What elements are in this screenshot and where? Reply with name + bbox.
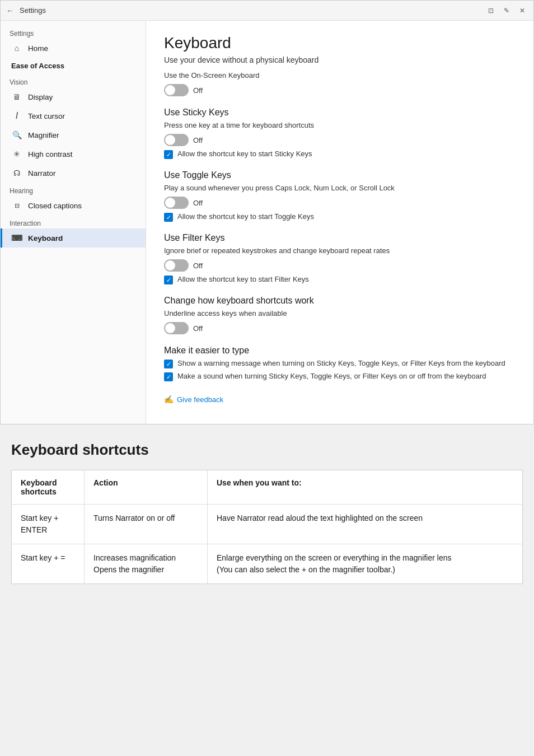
hearing-section-label: Hearing xyxy=(1,183,146,196)
page-subtitle: Use your device without a physical keybo… xyxy=(164,55,516,64)
filter-keys-checkbox[interactable] xyxy=(164,276,173,284)
on-screen-keyboard-toggle[interactable] xyxy=(164,84,189,96)
filter-keys-desc: Ignore brief or repeated keystrokes and … xyxy=(164,246,516,255)
easier-type-heading: Make it easier to type xyxy=(164,346,516,356)
col-header-shortcuts: Keyboardshortcuts xyxy=(12,470,85,505)
display-label: Display xyxy=(28,93,53,101)
filter-keys-toggle-row: Off xyxy=(164,259,516,272)
pin-button[interactable]: ⊡ xyxy=(485,5,496,16)
page-title: Keyboard xyxy=(164,34,516,52)
feedback-link[interactable]: ✍ Give feedback xyxy=(164,395,516,404)
settings-window: ← Settings ⊡ ✎ ✕ Settings ⌂ Home Ease of… xyxy=(0,0,534,424)
toggle-keys-toggle-label: Off xyxy=(193,199,203,207)
vision-section-label: Vision xyxy=(1,74,146,87)
sticky-keys-checkbox[interactable] xyxy=(164,150,173,159)
interaction-section-label: Interaction xyxy=(1,215,146,228)
sticky-keys-toggle-label: Off xyxy=(193,136,203,144)
filter-keys-toggle[interactable] xyxy=(164,259,189,272)
feedback-icon: ✍ xyxy=(164,395,174,404)
easier-type-checkbox2-label: Make a sound when turning Sticky Keys, T… xyxy=(177,372,486,380)
toggle-keys-toggle[interactable] xyxy=(164,197,189,209)
close-button[interactable]: ✕ xyxy=(517,5,528,16)
sidebar: Settings ⌂ Home Ease of Access Vision 🖥 … xyxy=(1,21,146,424)
sidebar-item-narrator[interactable]: ☊ Narrator xyxy=(1,164,146,183)
toggle-keys-checkbox-label: Allow the shortcut key to start Toggle K… xyxy=(177,212,314,221)
filter-keys-heading: Use Filter Keys xyxy=(164,233,516,243)
sidebar-ease-of-access-label: Ease of Access xyxy=(1,58,146,74)
filter-keys-checkbox-label: Allow the shortcut key to start Filter K… xyxy=(177,275,309,283)
shortcut-key-1: Start key +ENTER xyxy=(12,505,85,544)
settings-top-label: Settings xyxy=(1,25,146,39)
table-row: Start key + = Increases magnificationOpe… xyxy=(12,544,523,584)
narrator-icon: ☊ xyxy=(11,167,22,179)
closed-captions-icon: ⊟ xyxy=(11,200,22,211)
col-header-action: Action xyxy=(85,470,208,505)
shortcut-action-2: Increases magnificationOpens the magnifi… xyxy=(85,544,208,584)
sticky-keys-desc: Press one key at a time for keyboard sho… xyxy=(164,121,516,129)
on-screen-keyboard-desc: Use the On-Screen Keyboard xyxy=(164,71,516,80)
sidebar-item-high-contrast[interactable]: ✳ High contrast xyxy=(1,144,146,164)
sidebar-item-text-cursor[interactable]: I Text cursor xyxy=(1,106,146,125)
filter-keys-section: Use Filter Keys Ignore brief or repeated… xyxy=(164,233,516,284)
filter-keys-checkbox-row: Allow the shortcut key to start Filter K… xyxy=(164,275,516,284)
narrator-label: Narrator xyxy=(28,169,56,178)
titlebar-title: Settings xyxy=(20,6,485,15)
sidebar-item-keyboard[interactable]: ⌨ Keyboard xyxy=(1,228,146,248)
sidebar-home-label: Home xyxy=(28,44,48,53)
shortcut-use-1: Have Narrator read aloud the text highli… xyxy=(208,505,523,544)
filter-keys-toggle-label: Off xyxy=(193,262,203,270)
edit-button[interactable]: ✎ xyxy=(501,5,512,16)
table-row: Start key +ENTER Turns Narrator on or of… xyxy=(12,505,523,544)
home-icon: ⌂ xyxy=(11,43,22,54)
high-contrast-label: High contrast xyxy=(28,150,73,158)
magnifier-icon: 🔍 xyxy=(11,129,22,141)
on-screen-keyboard-section: Use the On-Screen Keyboard Off xyxy=(164,71,516,96)
app-inner: Settings ⌂ Home Ease of Access Vision 🖥 … xyxy=(1,21,533,424)
toggle-keys-checkbox[interactable] xyxy=(164,213,173,222)
easier-type-checkbox2-row: Make a sound when turning Sticky Keys, T… xyxy=(164,372,516,381)
shortcuts-work-toggle-label: Off xyxy=(193,324,203,333)
shortcuts-work-toggle-row: Off xyxy=(164,322,516,334)
closed-captions-label: Closed captions xyxy=(28,202,82,210)
sticky-keys-checkbox-label: Allow the shortcut key to start Sticky K… xyxy=(177,150,312,158)
shortcut-action-1: Turns Narrator on or off xyxy=(85,505,208,544)
shortcuts-work-toggle[interactable] xyxy=(164,322,189,334)
col-header-use: Use when you want to: xyxy=(208,470,523,505)
titlebar: ← Settings ⊡ ✎ ✕ xyxy=(1,1,533,21)
toggle-keys-desc: Play a sound whenever you press Caps Loc… xyxy=(164,184,516,192)
shortcuts-work-section: Change how keyboard shortcuts work Under… xyxy=(164,296,516,334)
easier-type-section: Make it easier to type Show a warning me… xyxy=(164,346,516,381)
sticky-keys-toggle-row: Off xyxy=(164,134,516,146)
magnifier-label: Magnifier xyxy=(28,131,59,139)
shortcuts-work-heading: Change how keyboard shortcuts work xyxy=(164,296,516,306)
shortcuts-work-desc: Underline access keys when available xyxy=(164,309,516,318)
main-content: Keyboard Use your device without a physi… xyxy=(146,21,533,424)
easier-type-checkbox1[interactable] xyxy=(164,360,173,368)
sidebar-item-display[interactable]: 🖥 Display xyxy=(1,87,146,106)
sidebar-item-closed-captions[interactable]: ⊟ Closed captions xyxy=(1,196,146,215)
on-screen-keyboard-toggle-label: Off xyxy=(193,86,203,95)
on-screen-keyboard-toggle-row: Off xyxy=(164,84,516,96)
shortcut-key-2: Start key + = xyxy=(12,544,85,584)
toggle-keys-checkbox-row: Allow the shortcut key to start Toggle K… xyxy=(164,212,516,222)
toggle-keys-toggle-row: Off xyxy=(164,197,516,209)
display-icon: 🖥 xyxy=(11,91,22,102)
shortcuts-table: Keyboardshortcuts Action Use when you wa… xyxy=(11,470,523,584)
back-button[interactable]: ← xyxy=(6,6,14,15)
sidebar-item-home[interactable]: ⌂ Home xyxy=(1,39,146,58)
high-contrast-icon: ✳ xyxy=(11,148,22,160)
shortcut-use-2: Enlarge everything on the screen or ever… xyxy=(208,544,523,584)
sticky-keys-section: Use Sticky Keys Press one key at a time … xyxy=(164,108,516,159)
keyboard-icon: ⌨ xyxy=(11,232,22,244)
sticky-keys-toggle[interactable] xyxy=(164,134,189,146)
easier-type-checkbox1-label: Show a warning message when turning on S… xyxy=(177,359,505,367)
shortcuts-section-title: Keyboard shortcuts xyxy=(11,441,523,459)
easier-type-checkbox1-row: Show a warning message when turning on S… xyxy=(164,359,516,368)
easier-type-checkbox2[interactable] xyxy=(164,372,173,381)
toggle-keys-heading: Use Toggle Keys xyxy=(164,170,516,180)
sidebar-item-magnifier[interactable]: 🔍 Magnifier xyxy=(1,125,146,144)
keyboard-label: Keyboard xyxy=(28,234,63,242)
feedback-label: Give feedback xyxy=(177,395,223,404)
sticky-keys-heading: Use Sticky Keys xyxy=(164,108,516,118)
text-cursor-label: Text cursor xyxy=(28,112,65,120)
